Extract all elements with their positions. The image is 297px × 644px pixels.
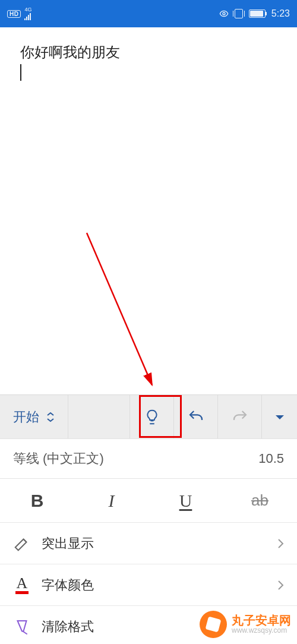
text-style-row: B I U ab [0,479,297,523]
underline-button[interactable]: U [148,491,223,511]
vibrate-icon [235,9,243,18]
lightbulb-icon [143,408,161,426]
svg-line-1 [87,233,152,385]
redo-button[interactable] [217,395,261,438]
undo-button[interactable] [173,395,217,438]
strikethrough-button[interactable]: ab [223,491,297,510]
highlight-label: 突出显示 [42,535,266,553]
undo-icon [187,408,205,426]
signal-icon [24,13,31,20]
watermark: 丸子安卓网 www.wzsqsy.com [200,611,291,638]
font-color-row[interactable]: A 字体颜色 [0,564,297,606]
ribbon-toolbar: 开始 [0,394,297,438]
eye-icon [219,9,229,18]
watermark-logo-icon [200,611,227,638]
ribbon-menu-label: 开始 [13,408,39,426]
highlight-row[interactable]: 突出显示 [0,523,297,564]
font-size-selector[interactable]: 10.5 [258,451,284,466]
status-left: HD 4G [7,7,31,20]
font-row: 等线 (中文正文) 10.5 [0,438,297,479]
watermark-name: 丸子安卓网 [232,614,291,627]
toolbar-dropdown-button[interactable] [261,395,297,438]
document-canvas[interactable]: 你好啊我的朋友 [0,27,297,394]
clock: 5:23 [271,8,290,19]
svg-point-0 [223,12,225,15]
watermark-url: www.wzsqsy.com [232,627,291,634]
font-color-icon: A [13,576,31,594]
text-cursor [20,64,21,81]
chevron-up-down-icon [46,412,55,422]
clear-format-icon [13,618,31,636]
status-right: 5:23 [219,8,290,19]
highlighter-icon [13,535,31,553]
battery-icon [249,10,266,18]
ribbon-menu-button[interactable]: 开始 [0,395,68,438]
bold-button[interactable]: B [0,491,74,511]
chevron-right-icon [277,538,284,550]
italic-button[interactable]: I [74,491,148,511]
tell-me-button[interactable] [129,395,173,438]
font-color-label: 字体颜色 [42,576,266,594]
redo-icon [231,408,249,426]
chevron-right-icon [277,579,284,591]
annotation-arrow [83,229,178,396]
font-name-selector[interactable]: 等线 (中文正文) [13,450,258,468]
hd-badge: HD [7,10,21,18]
caret-down-icon [274,413,285,421]
document-text: 你好啊我的朋友 [20,43,277,62]
network-label: 4G [24,7,31,12]
status-bar: HD 4G 5:23 [0,0,297,27]
